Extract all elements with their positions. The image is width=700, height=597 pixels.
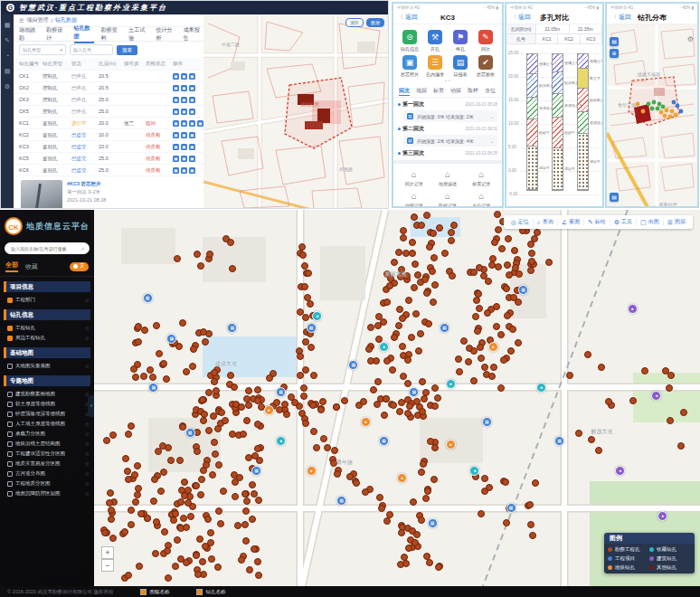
tab-favorites[interactable]: 收藏 (25, 262, 38, 271)
tab-6[interactable]: 成果报告 (184, 26, 203, 43)
app-shortcut[interactable]: ⚑终孔 (448, 30, 473, 52)
menu-icon[interactable]: ☰ (19, 17, 24, 24)
op-button[interactable]: ▣ (189, 144, 195, 150)
checkbox[interactable] (7, 471, 13, 477)
op-button[interactable]: ▣ (181, 156, 187, 162)
list-item[interactable]: 第一回次2021-10-21 08:28 (398, 100, 497, 109)
tab-1[interactable]: 勘察设计 (46, 26, 66, 43)
map-pill-1[interactable]: 图层 (366, 18, 384, 27)
tab-4[interactable]: 土工试验 (128, 26, 148, 43)
layer-item[interactable]: 周边工程钻孔☆ (0, 333, 94, 343)
toggle-frame-name[interactable]: 图幅名称 (140, 589, 169, 595)
star-icon[interactable]: ☆ (85, 450, 90, 457)
list-item[interactable]: 第二回次2021-10-21 08:31 (398, 124, 497, 134)
checkbox[interactable] (7, 364, 13, 369)
checkbox[interactable] (7, 431, 13, 437)
record-shortcut[interactable]: ⌂取样记录 (430, 192, 464, 208)
op-button[interactable]: ▣ (189, 120, 195, 127)
table-row[interactable]: KC6鉴别孔已提交25.0待质检▣▣▣ (14, 165, 203, 176)
hole-id[interactable]: KC2 (558, 34, 580, 43)
zoom-out-button[interactable]: − (101, 559, 114, 572)
table-row[interactable]: CK5控制孔已终孔25.0▣▣▣ (14, 106, 203, 118)
op-button[interactable]: ▣ (181, 132, 187, 138)
layer-item[interactable]: 地面沉降防控区划图☆ (0, 488, 94, 498)
op-button[interactable]: ▣ (173, 97, 179, 103)
layer-item[interactable]: 工程部门☆ (0, 295, 94, 305)
search-icon[interactable]: ⌕ (81, 245, 85, 252)
layer-item[interactable]: 地铁沿线土层结构图☆ (0, 439, 94, 449)
record-tab-4[interactable]: 取样 (468, 87, 478, 95)
star-icon[interactable]: ☆ (85, 431, 90, 437)
op-button[interactable]: ▣ (173, 109, 179, 115)
gear-icon[interactable]: ⚙ (687, 35, 694, 43)
hole-id[interactable]: KC1 (536, 34, 558, 43)
layer-item[interactable]: 建筑勘察案例地图☆ (0, 389, 94, 399)
op-button[interactable]: ▣ (181, 85, 187, 91)
toolbar-工具[interactable]: ⚙工具 (610, 218, 637, 226)
checkbox[interactable] (7, 392, 13, 397)
record-tab-1[interactable]: 地层 (416, 87, 427, 95)
table-row[interactable]: CK2控制孔已终孔20.5▣▣▣ (14, 82, 203, 94)
op-button[interactable]: ▣ (189, 97, 195, 103)
layer-item[interactable]: 工程地质分区图☆ (0, 479, 94, 488)
op-button[interactable]: ▣ (173, 85, 179, 91)
edit-icon[interactable]: ✎ (5, 37, 10, 43)
layer-item[interactable]: 古河道分布图☆ (0, 469, 94, 479)
op-button[interactable]: ▣ (173, 144, 179, 150)
checkbox[interactable] (7, 451, 13, 457)
toolbar-查询[interactable]: ⌕查询 (534, 218, 558, 226)
op-button[interactable]: ▣ (173, 156, 179, 162)
star-icon[interactable]: ☆ (85, 490, 90, 497)
table-row[interactable]: CK1控制孔已终孔20.5▣▣▣ (14, 71, 203, 82)
checkbox[interactable] (7, 402, 13, 407)
star-icon[interactable]: ☆ (85, 480, 90, 487)
op-button[interactable]: ▣ (189, 132, 195, 138)
layer-item[interactable]: 承载力分区图☆ (0, 429, 94, 439)
star-icon[interactable]: ☆ (85, 325, 90, 331)
op-button[interactable]: ▣ (173, 132, 179, 138)
checkbox[interactable] (7, 412, 13, 417)
locate-button[interactable]: ⊕ (610, 49, 619, 58)
checkbox[interactable] (7, 461, 13, 467)
op-button[interactable]: ▣ (181, 167, 187, 174)
op-button[interactable]: ▣ (189, 85, 195, 91)
layer-item[interactable]: 工程钻孔☆ (0, 323, 94, 333)
search-input[interactable] (9, 245, 80, 252)
layer-button[interactable]: ▤ (610, 37, 619, 46)
toolbar-标绘[interactable]: ✎标绘 (584, 218, 610, 226)
keyword-input[interactable]: 输入孔号 (70, 44, 113, 55)
layer-item[interactable]: 地质灾害易发分区图☆ (0, 459, 94, 469)
table-row[interactable]: KC2鉴别孔已提交20.0待质检▣▣▣ (14, 129, 203, 141)
toolbar-量测[interactable]: ∠量测 (558, 218, 584, 226)
list-item[interactable]: 第三回次2021-10-21 08:35 (398, 148, 497, 158)
op-button[interactable]: ▣ (173, 73, 179, 80)
toolbar-定位[interactable]: ◎定位 (507, 218, 534, 226)
checkbox[interactable] (7, 441, 13, 447)
round-detail-card[interactable]: ▤开始深度: 2米 结束深度: 4米⌄ (403, 135, 497, 147)
star-icon[interactable]: ☆ (85, 460, 90, 467)
star-icon[interactable]: ☆ (85, 441, 90, 447)
op-button[interactable]: ▣ (189, 156, 195, 162)
round-detail-card[interactable]: ▤开始深度: 0米 结束深度: 2米⌄ (403, 110, 497, 122)
op-button[interactable]: ▣ (181, 120, 187, 127)
star-icon[interactable]: ☆ (85, 335, 90, 341)
op-button[interactable]: ▣ (189, 109, 195, 115)
toolbar-图层[interactable]: ☰图层 (664, 218, 689, 226)
layer-item[interactable]: 人工填土厚度等值线图☆ (0, 419, 94, 429)
star-icon[interactable]: ☆ (85, 421, 90, 427)
tab-2[interactable]: 钻孔数据 (74, 24, 94, 43)
op-button[interactable]: ▣ (173, 167, 179, 174)
table-row[interactable]: KC5鉴别孔已提交25.0待质检▣▣▣ (14, 153, 203, 165)
op-button[interactable]: ▣ (181, 97, 187, 103)
breadcrumb-first[interactable]: 项目管理 (26, 16, 48, 24)
toolbar-出图[interactable]: ▢出图 (637, 218, 664, 226)
zoom-in-button[interactable]: + (101, 546, 114, 559)
checkbox[interactable] (7, 481, 13, 487)
table-row[interactable]: KC1鉴别孔进行中20.0张三驳回▣▣▣▣ (14, 118, 203, 129)
record-shortcut[interactable]: ⌂水位记录 (465, 192, 498, 208)
op-button[interactable]: ▣ (197, 120, 203, 127)
record-shortcut[interactable]: ⌂地层描述 (430, 170, 464, 186)
tab-0[interactable]: 场地踏勘 (19, 26, 39, 43)
checkbox[interactable] (7, 298, 13, 303)
type-select[interactable]: 钻孔类型▾ (19, 44, 66, 55)
